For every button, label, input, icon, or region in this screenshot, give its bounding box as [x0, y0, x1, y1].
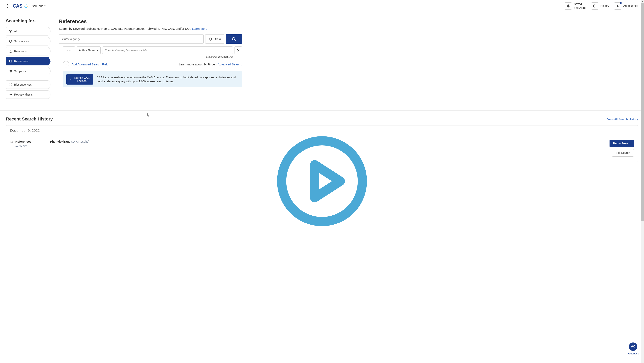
- sidebar-item-references[interactable]: References: [6, 57, 49, 65]
- sidebar-item-substances[interactable]: Substances: [6, 37, 49, 46]
- flask-icon: [9, 50, 12, 53]
- all-icon: [9, 30, 12, 33]
- subtitle: Search by Keyword, Substance Name, CAS R…: [59, 27, 242, 30]
- example-label: Example:: [206, 55, 217, 58]
- sidebar-title: Searching for...: [6, 18, 49, 24]
- operator-value: -: [67, 49, 68, 52]
- history-item-meta: References 10:42 AM: [10, 140, 46, 147]
- learn-more-link[interactable]: Learn More: [192, 27, 208, 30]
- sidebar-item-all[interactable]: All: [6, 27, 49, 36]
- user-icon: [614, 3, 621, 10]
- field-select[interactable]: Author Name: [77, 47, 100, 54]
- svg-point-5: [27, 6, 28, 7]
- chevron-down-icon: [96, 49, 98, 51]
- svg-point-17: [70, 79, 70, 79]
- scroll-up-icon[interactable]: ▲: [641, 0, 644, 3]
- plus-icon: +: [63, 61, 69, 67]
- sidebar-item-reactions[interactable]: Reactions: [6, 47, 49, 56]
- content: References Search by Keyword, Substance …: [59, 18, 242, 100]
- history-header: Recent Search History View All Search Hi…: [6, 117, 638, 122]
- svg-point-23: [71, 79, 71, 79]
- lexicon-description: CAS Lexicon enables you to browse the CA…: [97, 75, 238, 84]
- add-field-label: Add Advanced Search Field: [72, 63, 108, 66]
- sidebar-item-label: Substances: [14, 40, 29, 43]
- scrollbar-thumb[interactable]: [641, 3, 644, 168]
- hexagon-icon: [9, 40, 12, 43]
- query-count: (14K Results): [71, 140, 90, 143]
- svg-point-9: [617, 5, 618, 6]
- logo-text: CAS: [13, 3, 22, 9]
- draw-label: Draw: [214, 37, 221, 41]
- view-all-history-link[interactable]: View All Search History: [607, 118, 638, 121]
- draw-button[interactable]: Draw: [205, 34, 224, 44]
- scrollbar[interactable]: ▲: [641, 0, 644, 168]
- svg-point-14: [11, 72, 11, 72]
- example-value: Schubert, J A: [218, 55, 233, 58]
- dna-icon: [9, 83, 12, 86]
- menu-icon[interactable]: [6, 3, 9, 9]
- remove-field-button[interactable]: [234, 47, 242, 54]
- sidebar-item-label: All: [14, 30, 17, 33]
- history-item-time: 10:42 AM: [15, 144, 32, 147]
- history-date: December 9, 2022: [6, 125, 638, 136]
- user-menu[interactable]: Anne Jones: [614, 3, 638, 10]
- user-name: Anne Jones: [623, 4, 638, 8]
- svg-point-20: [70, 80, 70, 80]
- logo-icon: [24, 4, 28, 8]
- retro-icon: [9, 93, 12, 96]
- search-icon: [232, 37, 236, 41]
- sidebar-item-suppliers[interactable]: Suppliers: [6, 67, 49, 75]
- rerun-search-button[interactable]: Rerun Search: [610, 140, 634, 147]
- history-item-query: Phenyloxirane (14K Results): [50, 140, 606, 143]
- learn-adv-pre: Learn more about SciFinderⁿ: [179, 63, 218, 66]
- logo[interactable]: CAS SciFinderⁿ: [13, 3, 46, 9]
- learn-adv-link[interactable]: Advanced Search.: [218, 63, 242, 66]
- svg-point-25: [71, 80, 71, 80]
- history-section: Recent Search History View All Search Hi…: [0, 111, 644, 168]
- svg-point-7: [26, 7, 27, 8]
- sidebar-item-label: Suppliers: [14, 70, 26, 73]
- add-field-button[interactable]: + Add Advanced Search Field: [63, 61, 108, 67]
- history-item: References 10:42 AM Phenyloxirane (14K R…: [6, 136, 638, 162]
- svg-point-0: [24, 5, 25, 5]
- operator-select[interactable]: -: [63, 47, 75, 54]
- author-input[interactable]: [102, 47, 233, 54]
- subtitle-text: Search by Keyword, Substance Name, CAS R…: [59, 27, 192, 30]
- hexagon-icon: [208, 37, 212, 41]
- sidebar-item-label: Reactions: [14, 50, 26, 53]
- history-item-type: References: [15, 140, 32, 143]
- header-left: CAS SciFinderⁿ: [6, 3, 46, 9]
- clock-icon: [591, 3, 598, 10]
- sidebar-divider: [6, 78, 49, 78]
- search-input[interactable]: [59, 34, 204, 44]
- chevron-down-icon: [69, 49, 71, 51]
- history-item-actions: Rerun Search Edit Search: [610, 140, 634, 157]
- search-button[interactable]: [226, 34, 242, 44]
- history-button[interactable]: History: [591, 3, 609, 10]
- svg-point-6: [25, 7, 26, 8]
- sidebar-item-retrosynthesis[interactable]: Retrosynthesis: [6, 90, 49, 99]
- example-text: Example: Schubert, J A: [59, 55, 233, 58]
- sidebar-item-label: Biosequences: [14, 83, 32, 86]
- history-label: History: [600, 4, 609, 8]
- learn-advanced: Learn more about SciFinderⁿ Advanced Sea…: [179, 63, 242, 66]
- app-name: SciFinderⁿ: [32, 4, 46, 8]
- sidebar-item-biosequences[interactable]: Biosequences: [6, 80, 49, 89]
- svg-point-4: [26, 6, 26, 6]
- sidebar-item-label: References: [14, 60, 28, 63]
- book-icon: [10, 140, 13, 143]
- edit-search-button[interactable]: Edit Search: [612, 149, 634, 157]
- svg-point-1: [26, 4, 26, 5]
- page-title: References: [59, 18, 242, 25]
- book-icon: [9, 60, 12, 63]
- bell-icon: [565, 3, 572, 10]
- cart-icon: [9, 70, 12, 73]
- lexicon-button-label: Launch CAS Lexicon: [74, 76, 90, 83]
- svg-point-13: [10, 72, 10, 72]
- sidebar: Searching for... All Substances Reaction…: [6, 18, 49, 100]
- launch-lexicon-button[interactable]: Launch CAS Lexicon: [66, 74, 93, 85]
- saved-alerts-button[interactable]: Saved and Alerts: [565, 2, 586, 9]
- search-row: Draw: [59, 34, 242, 44]
- svg-point-16: [232, 37, 235, 40]
- advanced-search-row: - Author Name: [63, 47, 242, 54]
